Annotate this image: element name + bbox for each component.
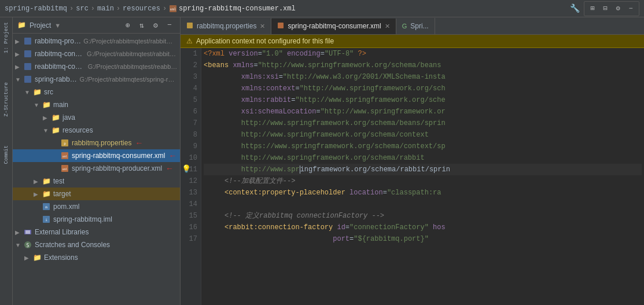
settings-icon[interactable]: ⚙ [150, 20, 161, 31]
svg-rect-23 [278, 23, 284, 28]
code-editor[interactable]: 1 2 3 4 5 6 7 8 9 10 💡 11 12 13 14 15 16 [181, 48, 644, 305]
tree-item-scratches[interactable]: ▼ S Scratches and Consoles [13, 238, 180, 251]
tree-item-external-libs[interactable]: ▶ External Libraries [13, 226, 180, 238]
expand-arrow: ▶ [15, 64, 23, 70]
code-line-7: http://www.springframework.org/schema/be… [204, 117, 642, 129]
sync-icon[interactable]: ⊕ [122, 20, 134, 31]
breadcrumb-resources[interactable]: resources [123, 5, 160, 13]
tab-close-rabbitmq-properties[interactable]: ✕ [260, 23, 265, 30]
code-line-4: xmlns:context="http://www.springframewor… [204, 83, 642, 94]
line-num-16: 16 [181, 222, 201, 233]
folder-icon-target: 📁 [42, 190, 51, 198]
collapse-icon[interactable]: ⇅ [136, 20, 148, 31]
tree-item-test[interactable]: ▶ 📁 test [13, 175, 180, 188]
tree-path-spring-rabbitmq: G:/Project/rabbitmqtest/spring-rabbitmq [80, 76, 178, 83]
tree-item-reabbitmq-consumer[interactable]: ▶ reabbitmq-consumer G:/Project/rabbitmq… [13, 60, 180, 73]
tree-item-main[interactable]: ▼ 📁 main [13, 98, 180, 111]
line-num-5: 5 [181, 94, 201, 106]
tab-close-spring-rabbitmq-consumer[interactable]: ✕ [385, 23, 390, 30]
tree-item-src[interactable]: ▼ 📁 src [13, 86, 180, 98]
tab-icon-xml [277, 22, 284, 31]
tree-label-spring-rabbitmq: spring-rabbitmq [35, 75, 78, 83]
lightbulb-icon[interactable]: 💡 [182, 164, 191, 175]
code-line-9: https://www.springframework.org/schema/c… [204, 141, 642, 152]
expand-arrow: ▶ [15, 51, 23, 57]
split-icon[interactable]: ⊟ [599, 3, 611, 14]
tab-spring-rabbitmq-consumer[interactable]: spring-rabbitmq-consumer.xml ✕ [271, 19, 396, 35]
code-line-3: xmlns:xsi="http://www.w3.org/2001/XMLSch… [204, 71, 642, 83]
close-panel-icon[interactable]: − [164, 20, 175, 31]
xml-file-icon: xml [169, 5, 177, 13]
tree-item-rabbitmq-producer[interactable]: ▶ rabbitmq-producer G:/Project/rabbitmqt… [13, 35, 180, 47]
tree-item-iml[interactable]: ▶ i spring-rabbitmq.iml [13, 213, 180, 226]
svg-rect-4 [24, 63, 31, 70]
tree-label-scratches: Scratches and Consoles [35, 241, 110, 249]
tree-label-java: java [62, 113, 75, 122]
tree-label-pom: pom.xml [53, 203, 79, 211]
project-tab[interactable]: 1: Project [2, 20, 10, 56]
tree-path-reabbitmq-consumer: G:/Project/rabbitmqtest/reabbitmq-con... [88, 63, 178, 70]
line-num-8: 8 [181, 129, 201, 141]
line-num-12: 12 [181, 175, 201, 187]
project-panel: 📁 Project ▼ ⊕ ⇅ ⚙ − ▶ rabbitmq-producer … [13, 17, 181, 305]
folder-icon: 📁 [42, 101, 51, 109]
module-icon [23, 63, 32, 71]
expand-arrow: ▼ [43, 127, 51, 134]
breadcrumb-main[interactable]: main [97, 5, 114, 13]
folder-icon-test: 📁 [42, 177, 51, 185]
structure-tab[interactable]: Z-Structure [2, 80, 10, 119]
tree-item-spring-rabbitmq[interactable]: ▼ spring-rabbitmq G:/Project/rabbitmqtes… [13, 73, 180, 86]
tree-item-rabbitmq-consumer[interactable]: ▶ rabbitmq-consumer G:/Project/rabbitmqt… [13, 47, 180, 60]
editor-area: rabbitmq.properties ✕ spring-rabbitmq-co… [181, 17, 644, 305]
left-sidebar-icons: 1: Project Z-Structure Commit [0, 17, 13, 305]
tab-bar: rabbitmq.properties ✕ spring-rabbitmq-co… [181, 17, 644, 35]
expand-arrow: ▶ [43, 115, 51, 121]
tab-spri[interactable]: G Spri... [396, 18, 435, 34]
breadcrumb-src[interactable]: src [76, 5, 89, 13]
expand-arrow: ▶ [34, 191, 42, 197]
line-numbers: 1 2 3 4 5 6 7 8 9 10 💡 11 12 13 14 15 16 [181, 48, 201, 305]
code-line-2: <beans xmlns="http://www.springframework… [204, 60, 642, 71]
scratch-icon: S [23, 241, 32, 249]
library-icon [23, 228, 32, 236]
tree-item-rabbitmq-properties[interactable]: ▶ p rabbitmq.properties ← [13, 137, 180, 149]
minus-icon[interactable]: − [625, 3, 636, 14]
tree-item-resources[interactable]: ▼ 📁 resources [13, 124, 180, 137]
tab-icon-properties [186, 22, 193, 31]
tree-item-extensions[interactable]: ▶ 📁 Extensions [13, 251, 180, 264]
line-num-13: 13 [181, 187, 201, 199]
tree-label-src: src [44, 88, 53, 96]
tree-item-java[interactable]: ▶ 📁 java [13, 111, 180, 124]
arrow-indicator: ← [135, 138, 143, 148]
tree-item-consumer-xml[interactable]: ▶ xml spring-rabbitmq-consumer.xml ← [13, 149, 180, 162]
code-line-15: <!-- 定义rabbitmq connectionFactory --> [204, 210, 642, 222]
line-num-4: 4 [181, 83, 201, 94]
tree-label-consumer-xml: spring-rabbitmq-consumer.xml [72, 152, 165, 160]
gear-icon[interactable]: ⚙ [612, 3, 624, 14]
svg-rect-2 [24, 38, 31, 45]
tree-item-producer-xml[interactable]: ▶ xml spring-rabbitmq-producer.xml ← [13, 162, 180, 175]
tree-label-rabbitmq-properties: rabbitmq.properties [72, 139, 131, 147]
code-content[interactable]: <?xml version="1.0" encoding="UTF-8" ?> … [201, 48, 644, 305]
tree-label-rabbitmq-producer: rabbitmq-producer [35, 37, 81, 45]
project-tree[interactable]: ▶ rabbitmq-producer G:/Project/rabbitmqt… [13, 34, 180, 305]
expand-icon[interactable]: ⊞ [587, 3, 598, 14]
tree-item-pom[interactable]: ▶ m pom.xml [13, 200, 180, 213]
code-line-12: <!--加载配置文件--> [204, 175, 642, 187]
toolbar-right: 🔧 ⊞ ⊟ ⚙ − [569, 1, 639, 16]
tab-label-spring-rabbitmq-consumer: spring-rabbitmq-consumer.xml [288, 22, 381, 30]
breadcrumb-project[interactable]: spring-rabbitmq [5, 5, 67, 13]
tab-rabbitmq-properties[interactable]: rabbitmq.properties ✕ [181, 18, 271, 34]
arrow-indicator-consumer: ← [168, 151, 176, 160]
module-icon [23, 37, 32, 45]
wrench-icon[interactable]: 🔧 [569, 3, 580, 14]
expand-arrow: ▶ [15, 38, 23, 45]
svg-text:xml: xml [170, 7, 176, 11]
line-num-15: 15 [181, 210, 201, 222]
breadcrumb-file[interactable]: spring-rabbitmq-consumer.xml [179, 5, 296, 13]
commit-tab[interactable]: Commit [2, 143, 10, 166]
warning-icon: ⚠ [186, 37, 193, 45]
tree-label-extensions: Extensions [44, 253, 78, 262]
breadcrumb: spring-rabbitmq › src › main › resources… [5, 5, 296, 13]
tree-item-target[interactable]: ▶ 📁 target [13, 188, 180, 200]
